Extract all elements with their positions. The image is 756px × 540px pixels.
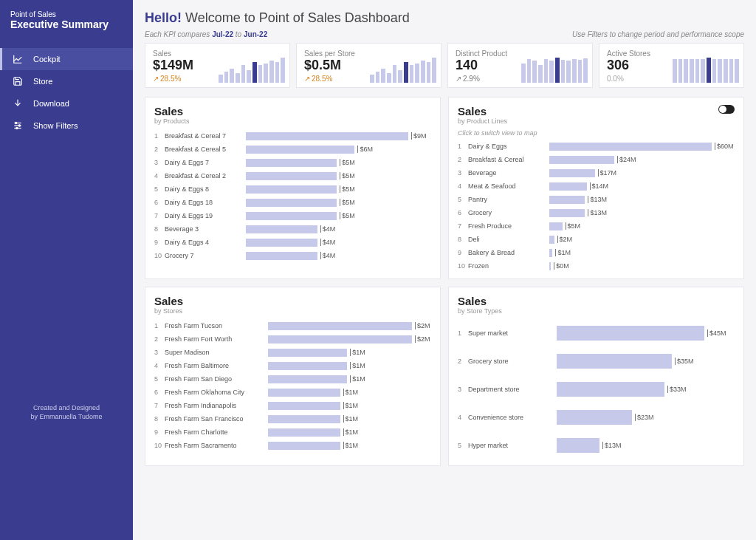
row-label: Fresh Farm Charlotte xyxy=(165,428,268,436)
bar-row[interactable]: 2Grocery store$35M xyxy=(458,347,735,375)
bar-row[interactable]: 10Frozen$0M xyxy=(458,259,735,273)
app-root: Point of Sales Executive Summary Cockpit… xyxy=(0,0,756,540)
row-index: 6 xyxy=(154,199,165,206)
bar-row[interactable]: 3Dairy & Eggs 7$5M xyxy=(154,156,431,169)
sidebar-item-label: Show Filters xyxy=(33,121,78,130)
row-index: 7 xyxy=(154,212,165,219)
bar-row[interactable]: 5Pantry$13M xyxy=(458,193,735,206)
kpi-distinct-product[interactable]: Distinct Product 140 ↗ 2.9% xyxy=(447,43,593,88)
bar-row[interactable]: 2Breakfast & Cereal$24M xyxy=(458,153,735,166)
bar-fill xyxy=(268,349,347,357)
row-label: Fresh Farm San Diego xyxy=(165,375,268,383)
row-index: 5 xyxy=(458,442,468,449)
bar-row[interactable]: 1Fresh Farm Tucson$2M xyxy=(154,319,431,332)
bar-fill xyxy=(246,252,317,260)
row-index: 5 xyxy=(458,196,468,203)
kpi-sales[interactable]: Sales $149M ↗ 28.5% xyxy=(145,43,290,88)
sidebar-item-label: Store xyxy=(33,77,52,86)
bar-row[interactable]: 4Fresh Farm Baltimore$1M xyxy=(154,359,431,372)
bar-track: $5M xyxy=(246,172,431,180)
welcome-text: Welcome to Point of Sales Dashboard xyxy=(185,10,410,25)
bar-row[interactable]: 7Dairy & Eggs 19$5M xyxy=(154,209,431,222)
row-index: 8 xyxy=(154,225,165,233)
bar-track: $2M xyxy=(268,335,431,344)
bar-row[interactable]: 3Department store$33M xyxy=(458,375,735,403)
bar-row[interactable]: 10Grocery 7$4M xyxy=(154,249,431,262)
bar-row[interactable]: 4Meat & Seafood$14M xyxy=(458,180,735,193)
bar-row[interactable]: 2Fresh Farm Fort Worth$2M xyxy=(154,332,431,346)
bar-row[interactable]: 9Fresh Farm Charlotte$1M xyxy=(154,425,431,439)
bar-row[interactable]: 2Breakfast & Cereal 5$6M xyxy=(154,143,431,156)
bar-row[interactable]: 1Breakfast & Cereal 7$9M xyxy=(154,129,431,143)
sidebar-item-store[interactable]: Store xyxy=(0,70,133,92)
card-subtitle: by Store Types xyxy=(458,307,735,315)
bar-row[interactable]: 8Beverage 3$4M xyxy=(154,222,431,236)
bar-fill xyxy=(268,335,412,344)
bar-row[interactable]: 4Breakfast & Cereal 2$5M xyxy=(154,169,431,182)
row-index: 10 xyxy=(154,442,165,449)
bar-row[interactable]: 6Dairy & Eggs 18$5M xyxy=(154,196,431,209)
bar-row[interactable]: 4Convenience store$23M xyxy=(458,403,735,431)
svg-point-5 xyxy=(18,125,20,126)
row-label: Fresh Farm Baltimore xyxy=(165,362,268,369)
row-value: $1M xyxy=(350,349,365,356)
row-index: 8 xyxy=(154,415,165,423)
row-label: Fresh Farm Tucson xyxy=(165,322,268,329)
bar-fill xyxy=(268,415,340,423)
bar-row[interactable]: 7Fresh Produce$5M xyxy=(458,219,735,233)
row-index: 9 xyxy=(154,428,165,436)
kpi-active-stores[interactable]: Active Stores 306 0.0% xyxy=(599,43,744,88)
row-index: 4 xyxy=(458,182,468,190)
bar-list: 1Dairy & Eggs$60M2Breakfast & Cereal$24M… xyxy=(458,140,735,273)
bar-row[interactable]: 7Fresh Farm Indianapolis$1M xyxy=(154,399,431,412)
row-index: 10 xyxy=(154,252,165,259)
bar-fill xyxy=(246,185,337,194)
row-value: $9M xyxy=(411,132,427,140)
bar-row[interactable]: 8Fresh Farm San Francisco$1M xyxy=(154,412,431,425)
bar-row[interactable]: 10Fresh Farm Sacramento$1M xyxy=(154,439,431,452)
map-toggle[interactable] xyxy=(718,105,735,114)
bar-fill xyxy=(549,209,585,217)
bar-fill xyxy=(268,389,340,397)
row-index: 1 xyxy=(458,143,468,150)
row-label: Beverage xyxy=(468,169,549,177)
row-label: Breakfast & Cereal xyxy=(468,156,549,163)
row-value: $1M xyxy=(343,402,359,409)
bar-row[interactable]: 9Bakery & Bread$1M xyxy=(458,246,735,259)
row-value: $2M xyxy=(415,335,430,343)
bar-track: $13M xyxy=(549,209,735,217)
bar-track: $5M xyxy=(246,185,431,194)
row-index: 6 xyxy=(458,209,468,216)
kpi-sparkline xyxy=(521,51,588,83)
bar-row[interactable]: 9Dairy & Eggs 4$4M xyxy=(154,236,431,249)
row-label: Fresh Farm Indianapolis xyxy=(165,402,268,409)
bar-row[interactable]: 3Beverage$17M xyxy=(458,166,735,180)
bar-fill xyxy=(246,212,337,220)
sidebar-item-filters[interactable]: Show Filters xyxy=(0,115,133,137)
bar-row[interactable]: 6Grocery$13M xyxy=(458,206,735,219)
card-sales-by-store-types: Sales by Store Types 1Super market$45M2G… xyxy=(448,287,744,466)
sidebar-item-cockpit[interactable]: Cockpit xyxy=(0,48,133,70)
sidebar-item-download[interactable]: Download xyxy=(0,92,133,115)
bar-track: $1M xyxy=(268,415,431,423)
bar-fill xyxy=(557,354,672,369)
arrow-up-icon: ↗ xyxy=(456,75,461,83)
row-value: $2M xyxy=(557,236,573,243)
bar-row[interactable]: 8Deli$2M xyxy=(458,233,735,246)
bar-row[interactable]: 5Hyper market$13M xyxy=(458,431,735,459)
row-value: $60M xyxy=(715,143,734,150)
kpi-sales-per-store[interactable]: Sales per Store $0.5M ↗ 28.5% xyxy=(296,43,441,88)
bar-row[interactable]: 3Super Madison$1M xyxy=(154,346,431,359)
row-value: $13M xyxy=(588,196,607,203)
bar-row[interactable]: 5Dairy & Eggs 8$5M xyxy=(154,182,431,196)
bar-fill xyxy=(268,402,340,410)
bar-list: 1Breakfast & Cereal 7$9M2Breakfast & Cer… xyxy=(154,129,431,262)
kpi-row: Sales $149M ↗ 28.5% Sales per Store $0.5… xyxy=(145,43,744,88)
bar-track: $1M xyxy=(268,375,431,383)
row-label: Grocery store xyxy=(468,358,557,365)
bar-row[interactable]: 5Fresh Farm San Diego$1M xyxy=(154,372,431,386)
row-value: $1M xyxy=(555,249,571,256)
bar-row[interactable]: 1Super market$45M xyxy=(458,319,735,347)
bar-row[interactable]: 1Dairy & Eggs$60M xyxy=(458,140,735,153)
bar-row[interactable]: 6Fresh Farm Oklahoma City$1M xyxy=(154,386,431,399)
